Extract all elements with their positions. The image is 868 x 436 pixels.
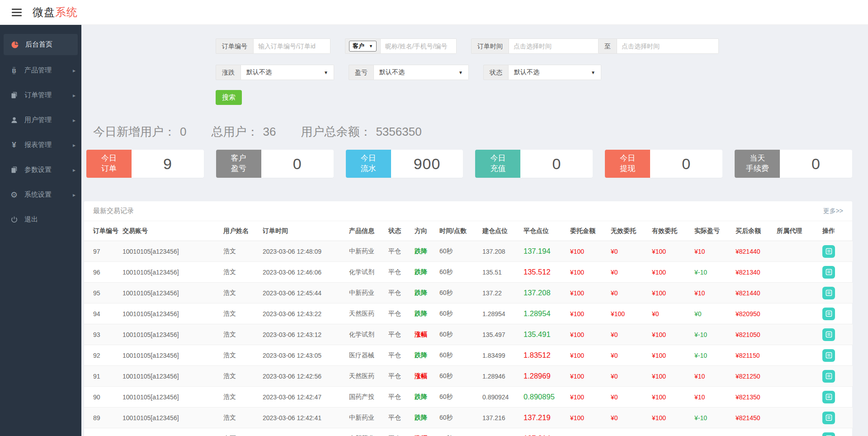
cell-order-time: 2023-03-06 12:45:44 xyxy=(263,283,349,303)
customer-type-select[interactable]: 客户 ▼ xyxy=(349,41,377,52)
logo-text-accent: 系统 xyxy=(55,6,78,18)
search-button[interactable]: 搜索 xyxy=(216,90,242,105)
sidebar-item-reports[interactable]: ¥ 报表管理 ▸ xyxy=(0,133,81,157)
profit-loss-value: 默认不选 xyxy=(379,68,405,76)
cell-balance-after: ¥821050 xyxy=(736,324,777,345)
cell-product: 天然医药 xyxy=(349,303,388,324)
yen-icon: ¥ xyxy=(9,141,19,150)
cell-actions xyxy=(822,283,853,303)
sidebar-item-label: 产品管理 xyxy=(24,66,52,75)
detail-button[interactable] xyxy=(822,370,835,383)
cell-open-point: 135.51 xyxy=(482,262,524,283)
column-header: 订单时间 xyxy=(263,221,349,241)
hamburger-menu-icon[interactable] xyxy=(9,6,24,19)
cell-product: 天然医药 xyxy=(349,366,388,387)
cell-invalid-entrust: ¥0 xyxy=(611,387,652,408)
customer-input[interactable] xyxy=(381,38,457,54)
summary-card-value: 0 xyxy=(780,150,852,178)
cell-balance-after: ¥384900 xyxy=(736,428,777,436)
column-header: 状态 xyxy=(388,221,415,241)
cell-status: 平仓 xyxy=(388,262,415,283)
status-select[interactable]: 默认不选 ▼ xyxy=(509,65,601,80)
chevron-right-icon: ▸ xyxy=(73,117,75,123)
summary-card: 今日 流水 900 xyxy=(346,150,463,178)
cell-valid-entrust: ¥100 xyxy=(652,324,694,345)
cell-open-point: 135.497 xyxy=(482,324,524,345)
cell-close-point: 137.194 xyxy=(524,241,570,262)
cell-product: 中新药业 xyxy=(349,408,388,428)
cell-account: 10010105[a123456] xyxy=(123,303,223,324)
rise-fall-label: 涨跌 xyxy=(216,65,241,80)
detail-button[interactable] xyxy=(822,308,835,320)
sidebar-item-label: 系统设置 xyxy=(24,190,52,199)
profit-loss-select[interactable]: 默认不选 ▼ xyxy=(374,65,469,80)
detail-button[interactable] xyxy=(822,245,835,258)
column-header: 有效委托 xyxy=(652,221,694,241)
cell-account: 10010105[a123456] xyxy=(123,262,223,283)
cell-status: 平仓 xyxy=(388,408,415,428)
cell-order-no: 92 xyxy=(84,345,123,366)
cell-duration: 60秒 xyxy=(439,303,482,324)
detail-button[interactable] xyxy=(822,328,835,341)
sidebar-item-label: 订单管理 xyxy=(24,91,52,100)
cell-entrust-amount: ¥100 xyxy=(570,324,611,345)
cell-actual-pnl: ¥10 xyxy=(694,283,736,303)
time-from-input[interactable] xyxy=(509,38,599,54)
cell-close-point: 135.491 xyxy=(524,324,570,345)
sidebar-item-logout[interactable]: 退出 xyxy=(0,207,81,232)
cell-close-point: 1.28954 xyxy=(524,303,570,324)
sidebar-item-orders[interactable]: 订单管理 ▸ xyxy=(0,83,81,108)
detail-button[interactable] xyxy=(822,432,835,436)
order-no-input[interactable] xyxy=(254,38,330,54)
sidebar-item-products[interactable]: B 产品管理 ▸ xyxy=(0,58,81,83)
cell-valid-entrust: ¥0 xyxy=(652,303,694,324)
logo-text-primary: 微盘 xyxy=(33,6,55,18)
cell-entrust-amount: ¥100 xyxy=(570,262,611,283)
cell-invalid-entrust: ¥0 xyxy=(611,241,652,262)
cell-open-point: 137.22 xyxy=(482,283,524,303)
sidebar-item-dashboard[interactable]: 后台首页 xyxy=(4,34,78,55)
detail-button[interactable] xyxy=(822,349,835,362)
detail-button[interactable] xyxy=(822,287,835,299)
detail-button[interactable] xyxy=(822,391,835,403)
rise-fall-select[interactable]: 默认不选 ▼ xyxy=(241,65,334,80)
cell-duration: 60秒 xyxy=(439,283,482,303)
column-header: 建仓点位 xyxy=(482,221,524,241)
detail-button[interactable] xyxy=(822,266,835,279)
cell-order-time: 2023-03-06 12:42:56 xyxy=(263,366,349,387)
cell-agent xyxy=(777,345,822,366)
time-to-input[interactable] xyxy=(617,38,719,54)
cell-actions xyxy=(822,366,853,387)
cell-duration: 60秒 xyxy=(439,241,482,262)
summary-card-label: 今日 流水 xyxy=(346,150,391,178)
detail-button[interactable] xyxy=(822,412,835,424)
chevron-right-icon: ▸ xyxy=(73,192,75,198)
summary-card-label: 当天 手续费 xyxy=(735,150,780,178)
cell-agent xyxy=(777,408,822,428)
cell-status: 平仓 xyxy=(388,366,415,387)
cell-duration: 60秒 xyxy=(439,262,482,283)
select-caret-icon: ▼ xyxy=(369,39,373,53)
summary-card-label: 今日 订单 xyxy=(86,150,132,178)
cell-user-name: 浩文 xyxy=(223,283,263,303)
column-header: 时间/点数 xyxy=(439,221,482,241)
cell-user-name: 浩文 xyxy=(223,262,263,283)
cell-user-name: 浩文 xyxy=(223,324,263,345)
cell-balance-after: ¥821350 xyxy=(736,387,777,408)
column-header: 委托金额 xyxy=(570,221,611,241)
table-row: 9310010105[a123456]浩文2023-03-06 12:43:12… xyxy=(84,324,853,345)
sidebar-item-users[interactable]: 用户管理 ▸ xyxy=(0,108,81,133)
sidebar-item-parameters[interactable]: 参数设置 ▸ xyxy=(0,157,81,182)
cell-entrust-amount: ¥10000 xyxy=(570,428,611,436)
cell-order-no: 93 xyxy=(84,324,123,345)
cell-invalid-entrust: ¥100 xyxy=(611,303,652,324)
cell-order-time: 2023-03-06 12:46:06 xyxy=(263,262,349,283)
summary-cards: 今日 订单 9 客户 盈亏 0 今日 流水 900 今日 充值 0 今日 提现 … xyxy=(84,150,852,178)
cell-valid-entrust: ¥100 xyxy=(652,387,694,408)
cell-balance-after: ¥821440 xyxy=(736,241,777,262)
sidebar-item-system-settings[interactable]: ⚙ 系统设置 ▸ xyxy=(0,182,81,207)
cell-balance-after: ¥821440 xyxy=(736,283,777,303)
cell-order-no: 91 xyxy=(84,366,123,387)
more-link[interactable]: 更多>> xyxy=(823,207,843,215)
cell-product: 医疗器械 xyxy=(349,345,388,366)
